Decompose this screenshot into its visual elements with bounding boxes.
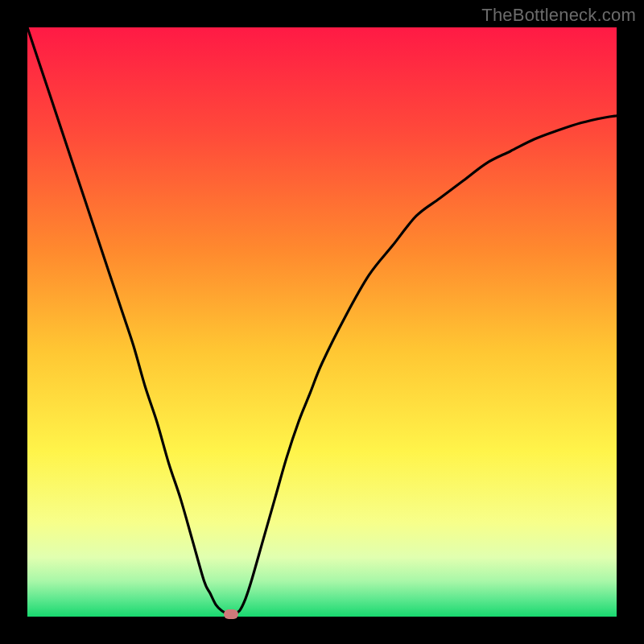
plot-area: [27, 27, 617, 617]
bottleneck-curve: [27, 27, 617, 617]
watermark-text: TheBottleneck.com: [481, 5, 636, 26]
optimal-point-marker: [224, 609, 238, 619]
chart-frame: TheBottleneck.com: [0, 0, 644, 644]
